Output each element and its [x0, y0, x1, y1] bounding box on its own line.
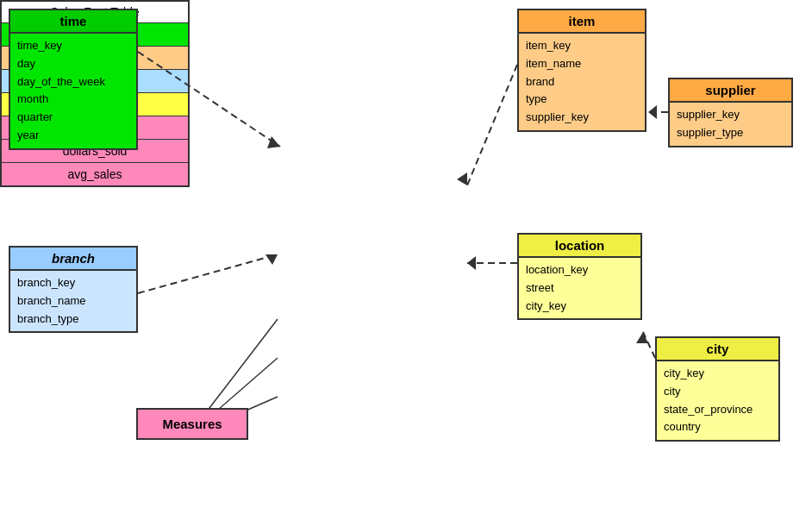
svg-line-12 [198, 319, 278, 423]
time-field-6: year [17, 127, 129, 145]
time-field-1: time_key [17, 37, 129, 55]
city-field-3: state_or_province [664, 401, 771, 419]
location-table-title: location [519, 235, 640, 258]
svg-line-10 [643, 332, 655, 358]
svg-line-4 [467, 65, 517, 185]
branch-table-title: branch [10, 248, 136, 271]
city-table-fields: city_key city state_or_province country [657, 361, 778, 440]
branch-field-2: branch_name [17, 292, 129, 310]
city-table-title: city [657, 338, 778, 361]
time-field-2: day [17, 55, 129, 73]
city-field-1: city_key [664, 365, 771, 383]
branch-table-fields: branch_key branch_name branch_type [10, 271, 136, 331]
svg-marker-9 [467, 256, 476, 270]
time-field-5: quarter [17, 109, 129, 127]
branch-field-1: branch_key [17, 274, 129, 292]
location-field-2: street [526, 279, 634, 298]
measures-label: Measures [162, 417, 222, 431]
location-field-1: location_key [526, 261, 634, 279]
svg-marker-1 [267, 136, 280, 148]
measures-box: Measures [136, 408, 248, 440]
location-table: location location_key street city_key [517, 233, 642, 320]
item-table-fields: item_key item_name brand type supplier_k… [519, 34, 645, 130]
time-table: time time_key day day_of_the_week month … [9, 9, 138, 150]
supplier-field-2: supplier_type [677, 124, 784, 142]
diagram-container: time time_key day day_of_the_week month … [0, 0, 812, 508]
time-table-title: time [10, 10, 136, 34]
svg-marker-3 [265, 254, 278, 265]
location-table-fields: location_key street city_key [519, 258, 640, 318]
svg-line-2 [138, 254, 278, 293]
item-field-5: supplier_key [526, 109, 638, 127]
city-field-4: country [664, 418, 771, 436]
item-field-3: brand [526, 73, 638, 91]
city-field-2: city [664, 383, 771, 401]
supplier-table-fields: supplier_key supplier_type [670, 103, 791, 146]
supplier-table-title: supplier [670, 79, 791, 103]
branch-table: branch branch_key branch_name branch_typ… [9, 246, 138, 333]
item-table: item item_key item_name brand type suppl… [517, 9, 646, 132]
supplier-field-1: supplier_key [677, 106, 784, 124]
location-field-3: city_key [526, 298, 634, 316]
fact-row-avg-sales: avg_sales [2, 162, 188, 185]
time-table-fields: time_key day day_of_the_week month quart… [10, 34, 136, 148]
time-field-4: month [17, 91, 129, 109]
svg-marker-7 [648, 105, 657, 119]
svg-marker-11 [636, 332, 648, 343]
item-field-2: item_name [526, 55, 638, 73]
city-table: city city_key city state_or_province cou… [655, 336, 780, 442]
item-table-title: item [519, 10, 645, 34]
svg-marker-5 [457, 172, 467, 185]
supplier-table: supplier supplier_key supplier_type [668, 78, 793, 147]
branch-field-3: branch_type [17, 310, 129, 329]
item-field-1: item_key [526, 37, 638, 55]
time-field-3: day_of_the_week [17, 73, 129, 91]
item-field-4: type [526, 91, 638, 109]
